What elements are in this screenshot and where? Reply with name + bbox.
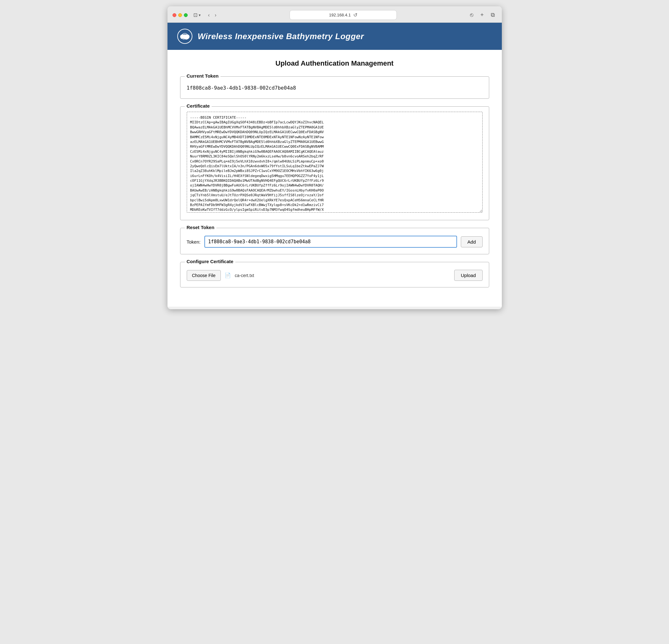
app-header: Wireless Inexpensive Bathymetry Logger — [168, 23, 502, 50]
sidebar-toggle-button[interactable]: ⊡ ▾ — [191, 11, 202, 19]
token-label: Token: — [187, 239, 201, 244]
configure-certificate-section: Configure Certificate Choose File 📄 ca-c… — [180, 262, 489, 288]
configure-certificate-legend: Configure Certificate — [185, 259, 235, 264]
sidebar-icon: ⊡ — [193, 12, 197, 18]
title-bar: ⊡ ▾ ‹ › 192.168.4.1 ↺ ⎋ + ⧉ — [168, 6, 502, 23]
reload-button[interactable]: ↺ — [353, 12, 357, 18]
token-input[interactable] — [204, 236, 457, 248]
window-button[interactable]: ⧉ — [489, 11, 497, 19]
nav-buttons: ‹ › — [206, 12, 218, 19]
svg-point-3 — [185, 34, 189, 39]
address-bar[interactable]: 192.168.4.1 ↺ — [289, 10, 397, 20]
app-title: Wireless Inexpensive Bathymetry Logger — [198, 31, 364, 41]
minimize-button[interactable] — [178, 13, 182, 17]
share-button[interactable]: ⎋ — [468, 11, 475, 19]
traffic-lights — [172, 13, 188, 17]
file-name: ca-cert.txt — [235, 273, 254, 278]
browser-window: ⊡ ▾ ‹ › 192.168.4.1 ↺ ⎋ + ⧉ — [168, 6, 502, 309]
configure-row: Choose File 📄 ca-cert.txt Upload — [187, 267, 483, 281]
svg-point-2 — [180, 34, 185, 39]
new-tab-button[interactable]: + — [479, 11, 486, 19]
back-button[interactable]: ‹ — [206, 12, 212, 19]
add-button[interactable]: Add — [461, 236, 483, 247]
toolbar-right: ⎋ + ⧉ — [468, 11, 497, 19]
upload-button[interactable]: Upload — [454, 270, 483, 281]
token-row: Token: Add — [187, 233, 483, 248]
page-title: Upload Authentication Management — [180, 59, 489, 68]
reset-token-section: Reset Token Token: Add — [180, 228, 489, 254]
current-token-value: 1f808ca8-9ae3-4db1-9838-002cd7be04a8 — [187, 82, 483, 92]
current-token-section: Current Token 1f808ca8-9ae3-4db1-9838-00… — [180, 76, 489, 99]
close-button[interactable] — [172, 13, 176, 17]
app-logo-icon — [177, 28, 193, 44]
choose-file-button[interactable]: Choose File — [187, 270, 221, 281]
forward-button[interactable]: › — [213, 12, 218, 19]
certificate-legend: Certificate — [185, 103, 212, 109]
current-token-legend: Current Token — [185, 73, 220, 79]
fullscreen-button[interactable] — [184, 13, 188, 17]
certificate-section: Certificate — [180, 106, 489, 220]
main-body: Upload Authentication Management Current… — [168, 50, 502, 305]
file-icon: 📄 — [225, 272, 231, 278]
sidebar-chevron-icon: ▾ — [199, 13, 201, 17]
reset-token-legend: Reset Token — [185, 225, 216, 230]
certificate-textarea[interactable] — [187, 112, 483, 213]
page-content: Wireless Inexpensive Bathymetry Logger U… — [168, 23, 502, 307]
address-text: 192.168.4.1 — [329, 13, 351, 17]
address-bar-container: 192.168.4.1 ↺ — [222, 10, 464, 20]
